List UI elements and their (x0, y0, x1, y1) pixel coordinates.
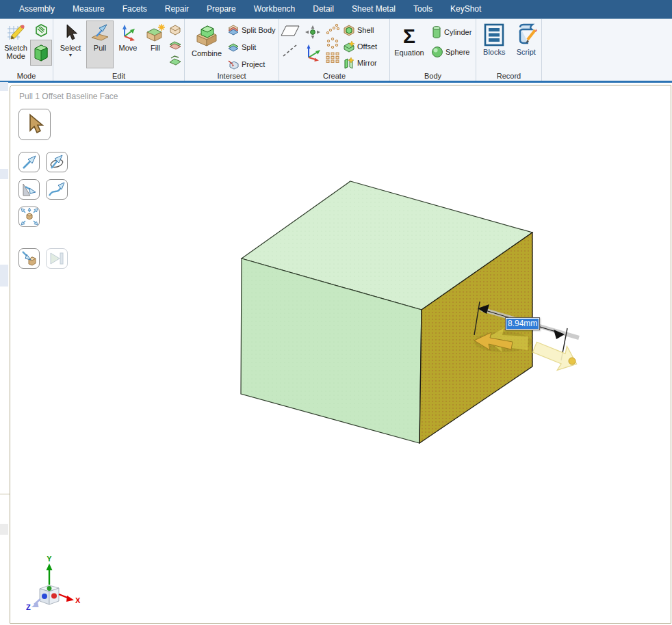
mirror-label: Mirror (357, 59, 377, 67)
menu-tools[interactable]: Tools (404, 0, 441, 18)
split-button[interactable]: Split (227, 40, 276, 54)
split-body-button[interactable]: Split Body (227, 23, 276, 37)
select-button[interactable]: Select ▼ (55, 21, 86, 68)
tool-guide-up-to-button[interactable] (18, 248, 40, 269)
axes-icon[interactable] (303, 44, 322, 62)
ribbon-group-intersect: Combine Split Body (185, 19, 279, 81)
offset-label: Offset (357, 42, 377, 51)
up-to-body-icon (21, 250, 38, 267)
tool-status-text: Pull 1 Offset Baseline Face (19, 92, 118, 101)
tool-guide-scale-button[interactable] (18, 207, 40, 227)
select-label: Select (60, 44, 81, 52)
select-arrow-icon (24, 113, 46, 136)
fill-button[interactable]: Fill (142, 21, 168, 68)
mirror-button[interactable]: Mirror (343, 55, 377, 70)
group-label-edit: Edit (53, 72, 184, 80)
move-button[interactable]: Move (114, 21, 142, 68)
go-next-icon (49, 251, 65, 266)
equation-button[interactable]: Σ Equation (391, 21, 427, 68)
group-label-body: Body (390, 72, 476, 80)
cylinder-button[interactable]: Cylinder (431, 25, 471, 39)
menu-measure[interactable]: Measure (64, 0, 114, 18)
plane-icon[interactable] (281, 25, 300, 37)
replace-face-icon[interactable] (168, 23, 182, 36)
group-label-create: Create (279, 72, 389, 80)
gutter-tab[interactable] (0, 524, 8, 535)
project-label: Project (242, 60, 265, 68)
menu-assembly[interactable]: Assembly (10, 0, 64, 18)
split-body-icon (227, 24, 240, 36)
section-mode-button[interactable] (33, 22, 49, 38)
detach-faces-icon[interactable] (168, 54, 182, 68)
tool-guide-revolve-button[interactable] (46, 152, 68, 172)
circular-pattern-icon[interactable] (326, 37, 339, 49)
move-icon (118, 23, 138, 42)
menu-facets[interactable]: Facets (114, 0, 156, 18)
pull-label: Pull (94, 44, 106, 52)
tool-guide-pull-arrow-button[interactable] (18, 152, 40, 172)
menu-bar: Assembly Measure Facets Repair Prepare W… (0, 0, 672, 19)
ribbon-group-mode: Sketch Mode Mode (0, 19, 53, 81)
ribbon: Sketch Mode Mode (0, 19, 672, 81)
pull-button[interactable]: Pull (86, 21, 114, 68)
ribbon-group-body: Σ Equation Cylinder (390, 19, 476, 81)
sphere-button[interactable]: Sphere (431, 44, 471, 59)
cylinder-label: Cylinder (444, 28, 471, 36)
menu-workbench[interactable]: Workbench (245, 0, 304, 18)
split-icon (227, 41, 240, 53)
scale-body-icon (21, 208, 38, 226)
shell-icon (343, 24, 355, 36)
mirror-icon (343, 57, 355, 69)
offset-button[interactable]: Offset (343, 39, 377, 53)
fill-label: Fill (151, 44, 160, 52)
project-icon (227, 58, 240, 70)
tool-guide-sweep-button[interactable] (46, 179, 68, 200)
sketch-mode-button[interactable]: Sketch Mode (1, 21, 30, 68)
cylinder-icon (431, 25, 442, 39)
origin-icon[interactable] (303, 25, 322, 40)
equation-label: Equation (394, 49, 424, 57)
group-label-record: Record (476, 72, 541, 80)
linear-pattern-icon[interactable] (326, 51, 339, 64)
sweep-arrow-icon (48, 181, 66, 198)
sketch-mode-label: Sketch Mode (2, 44, 29, 60)
fill-icon (145, 23, 166, 42)
offset-icon (343, 40, 355, 53)
dimension-input[interactable]: 8.94mm (505, 317, 540, 330)
line-icon[interactable] (281, 44, 300, 57)
menu-prepare[interactable]: Prepare (198, 0, 245, 18)
tool-guide-select-button[interactable] (18, 109, 51, 140)
tool-guide-draft-button[interactable] (18, 179, 40, 200)
ribbon-group-create: Shell Offset (279, 19, 390, 81)
revolve-arrow-icon (48, 154, 66, 170)
ribbon-group-record: Blocks Script Record (476, 19, 542, 81)
split-label: Split (242, 43, 256, 51)
combine-label: Combine (192, 49, 222, 57)
draft-face-icon (21, 181, 38, 198)
sphere-label: Sphere (445, 48, 469, 56)
gutter-tab[interactable] (0, 265, 8, 287)
menu-keyshot[interactable]: KeyShot (441, 0, 490, 18)
blocks-button[interactable]: Blocks (480, 21, 508, 68)
script-button[interactable]: Script (513, 21, 541, 68)
group-label-intersect: Intersect (185, 72, 279, 80)
group-label-mode: Mode (0, 72, 53, 80)
script-icon (515, 23, 538, 46)
shell-button[interactable]: Shell (343, 23, 377, 37)
menu-sheet-metal[interactable]: Sheet Metal (343, 0, 404, 18)
gutter-tab[interactable] (0, 82, 8, 91)
menu-detail[interactable]: Detail (304, 0, 343, 18)
menu-repair[interactable]: Repair (156, 0, 198, 18)
combine-button[interactable]: Combine (186, 21, 227, 68)
ribbon-separator-line (0, 81, 672, 83)
design-window[interactable] (10, 85, 671, 624)
select-dropdown-icon[interactable]: ▼ (68, 53, 73, 57)
solid-mode-button[interactable] (30, 40, 52, 66)
gutter-tab[interactable] (0, 169, 8, 179)
move-label: Move (119, 44, 138, 52)
curve-pattern-icon[interactable] (326, 23, 339, 35)
extend-faces-icon[interactable] (168, 38, 182, 52)
tool-guide-go-button[interactable] (46, 248, 68, 269)
gutter-divider (0, 494, 10, 494)
project-button[interactable]: Project (227, 57, 276, 71)
